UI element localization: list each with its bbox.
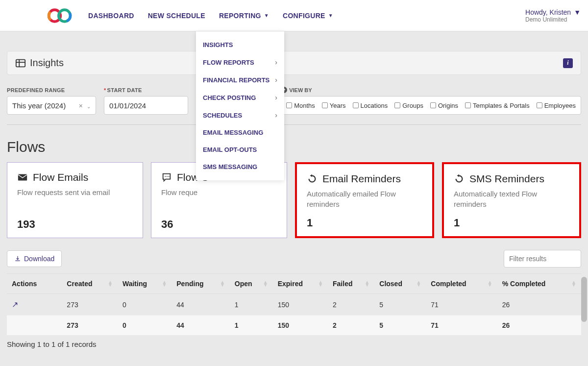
nav-configure-label: CONFIGURE: [283, 12, 325, 20]
svg-rect-7: [18, 174, 27, 181]
dropdown-item-schedules[interactable]: SCHEDULES›: [196, 106, 284, 124]
chevron-right-icon: ›: [275, 94, 277, 101]
undo-icon: [454, 173, 465, 184]
chevron-right-icon: ›: [275, 111, 277, 119]
dropdown-item-sms-messaging[interactable]: SMS MESSAGING: [196, 158, 284, 175]
card-count: 1: [307, 217, 422, 229]
sort-icon: ▲▼: [318, 281, 323, 287]
card-email-reminders[interactable]: Email Reminders Automatically emailed Fl…: [295, 162, 434, 238]
viewby-label: ?VIEW BY: [281, 87, 581, 93]
card-count: 36: [161, 218, 277, 231]
col-completed[interactable]: Completed▲▼: [426, 274, 497, 294]
col-expired[interactable]: Expired▲▼: [273, 274, 328, 294]
open-external-icon[interactable]: ↗: [12, 300, 18, 309]
viewby-months[interactable]: Months: [286, 102, 315, 109]
card-count: 1: [454, 217, 569, 229]
sort-icon: ▲▼: [416, 281, 421, 287]
col-pending[interactable]: Pending▲▼: [172, 274, 230, 294]
dropdown-item-email-messaging[interactable]: EMAIL MESSAGING: [196, 124, 284, 141]
col-failed[interactable]: Failed▲▼: [328, 274, 374, 294]
dropdown-item-financial-reports[interactable]: FINANCIAL REPORTS›: [196, 71, 284, 89]
user-menu[interactable]: Howdy, Kristen ▼ Demo Unlimited: [525, 8, 588, 23]
nav-reporting[interactable]: REPORTING ▼: [219, 12, 269, 20]
filter-results-input[interactable]: [504, 250, 581, 268]
card-count: 193: [17, 218, 133, 231]
caret-down-icon: ▼: [264, 13, 269, 18]
svg-point-9: [167, 176, 168, 177]
predefined-range-label: PREDEFINED RANGE: [7, 87, 96, 93]
dropdown-item-email-optouts[interactable]: EMAIL OPT-OUTS: [196, 141, 284, 158]
chevron-right-icon: ›: [275, 58, 277, 66]
start-date-label: *START DATE: [104, 87, 188, 93]
card-sms-reminders[interactable]: SMS Reminders Automatically texted Flow …: [442, 162, 581, 238]
col-closed[interactable]: Closed▲▼: [374, 274, 426, 294]
chat-icon: [161, 172, 172, 183]
nav-configure[interactable]: CONFIGURE ▼: [283, 12, 333, 20]
chevron-right-icon: ›: [275, 76, 277, 84]
viewby-origins[interactable]: Origins: [430, 102, 458, 109]
predefined-range-select[interactable]: This year (2024) ×⌄: [7, 96, 96, 115]
card-desc: Flow requests sent via email: [17, 187, 133, 197]
col-actions[interactable]: Actions: [7, 274, 62, 294]
dropdown-item-check-posting[interactable]: CHECK POSTING›: [196, 89, 284, 106]
table-toolbar: Download: [7, 250, 581, 268]
caret-down-icon: ▼: [574, 8, 581, 16]
nav-reporting-label: REPORTING: [219, 12, 261, 20]
page-header: Insights i: [7, 51, 581, 75]
caret-down-icon: ▼: [328, 13, 333, 18]
viewby-templates[interactable]: Templates & Portals: [465, 102, 530, 109]
nav-new-schedule[interactable]: NEW SCHEDULE: [148, 12, 205, 20]
viewby-employees[interactable]: Employees: [537, 102, 576, 109]
page-title: Insights: [30, 57, 64, 69]
card-desc: Automatically emailed Flow reminders: [307, 189, 422, 209]
svg-point-8: [165, 176, 166, 177]
dropdown-item-flow-reports[interactable]: FLOW REPORTS›: [196, 53, 284, 71]
start-date-value: 01/01/2024: [109, 101, 146, 110]
chevron-down-icon: ⌄: [87, 104, 91, 109]
grid-icon: [15, 58, 26, 69]
viewby-groups[interactable]: Groups: [394, 102, 423, 109]
col-open[interactable]: Open▲▼: [230, 274, 273, 294]
sort-icon: ▲▼: [488, 281, 492, 287]
records-note: Showing 1 to 1 of 1 records: [7, 340, 581, 348]
sort-icon: ▲▼: [365, 281, 369, 287]
main-nav: DASHBOARD NEW SCHEDULE REPORTING ▼ CONFI…: [88, 12, 333, 20]
filter-bar: PREDEFINED RANGE This year (2024) ×⌄ *ST…: [7, 87, 581, 125]
nav-dashboard[interactable]: DASHBOARD: [88, 12, 134, 20]
card-flow-emails[interactable]: Flow Emails Flow requests sent via email…: [7, 162, 143, 238]
flows-table: Actions Created▲▼ Waiting▲▼ Pending▲▼ Op…: [7, 273, 581, 335]
col-created[interactable]: Created▲▼: [62, 274, 118, 294]
user-greeting: Howdy, Kristen: [525, 8, 571, 16]
dropdown-item-insights[interactable]: INSIGHTS: [196, 36, 284, 53]
undo-icon: [307, 173, 318, 184]
info-icon[interactable]: i: [563, 58, 573, 68]
flow-cards: Flow Emails Flow requests sent via email…: [7, 162, 581, 238]
download-button[interactable]: Download: [7, 250, 62, 267]
col-pct-completed[interactable]: % Completed▲▼: [497, 274, 581, 294]
clear-icon[interactable]: ×: [79, 102, 83, 110]
sort-icon: ▲▼: [108, 281, 113, 287]
logo[interactable]: [47, 8, 74, 24]
envelope-icon: [17, 172, 28, 183]
predefined-range-value: This year (2024): [12, 101, 66, 110]
sort-icon: ▲▼: [220, 281, 225, 287]
user-org: Demo Unlimited: [525, 16, 581, 23]
reporting-dropdown: INSIGHTS FLOW REPORTS› FINANCIAL REPORTS…: [196, 31, 284, 180]
top-navbar: DASHBOARD NEW SCHEDULE REPORTING ▼ CONFI…: [0, 0, 588, 31]
start-date-input[interactable]: 01/01/2024: [104, 96, 188, 115]
download-icon: [14, 255, 21, 262]
scrollbar-thumb[interactable]: [581, 277, 587, 322]
sort-icon: ▲▼: [162, 281, 167, 287]
table-total-row: 273 0 44 1 150 2 5 71 26: [7, 316, 581, 336]
svg-rect-4: [16, 59, 25, 67]
sort-icon: ▲▼: [571, 281, 576, 287]
table-row: ↗ 273 0 44 1 150 2 5 71 26: [7, 294, 581, 316]
col-waiting[interactable]: Waiting▲▼: [118, 274, 172, 294]
viewby-options: Months Years Locations Groups Origins Te…: [281, 96, 581, 115]
svg-point-10: [169, 176, 170, 177]
viewby-years[interactable]: Years: [322, 102, 346, 109]
viewby-locations[interactable]: Locations: [353, 102, 388, 109]
card-desc: Automatically texted Flow reminders: [454, 189, 569, 209]
card-desc: Flow reque: [161, 187, 277, 197]
sort-icon: ▲▼: [263, 281, 268, 287]
